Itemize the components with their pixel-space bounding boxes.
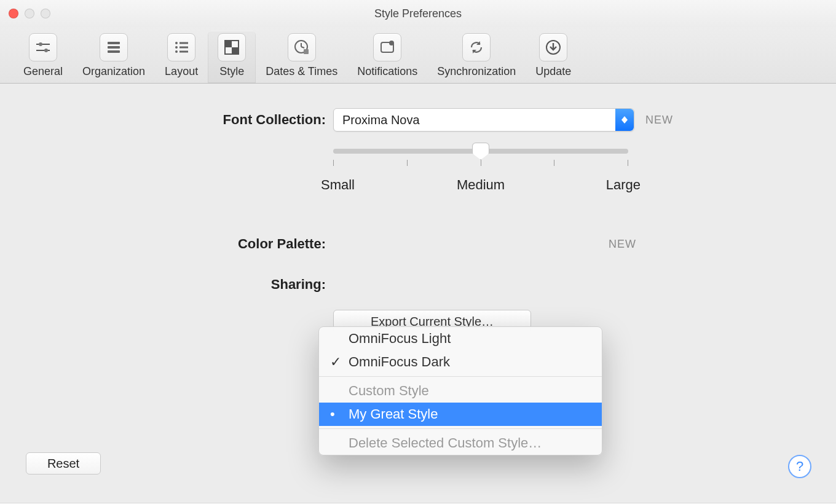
palette-option-dark[interactable]: ✓ OmniFocus Dark: [319, 350, 602, 374]
window-title: Style Preferences: [0, 7, 836, 20]
svg-rect-19: [304, 49, 309, 54]
tab-update[interactable]: Update: [526, 31, 581, 83]
tab-label: Style: [219, 65, 244, 78]
sharing-row: Sharing:: [0, 277, 836, 293]
sliders-icon: [29, 33, 57, 61]
help-icon: ?: [796, 459, 803, 474]
tab-label: Synchronization: [437, 65, 516, 78]
menu-separator: [319, 376, 602, 377]
titlebar: Style Preferences: [0, 0, 836, 27]
svg-rect-6: [108, 50, 120, 53]
tab-layout[interactable]: Layout: [155, 31, 208, 83]
slider-track: [333, 149, 628, 154]
tab-label: Update: [535, 65, 571, 78]
svg-rect-15: [232, 47, 239, 54]
tab-synchronization[interactable]: Synchronization: [427, 31, 526, 83]
close-window-button[interactable]: [9, 9, 18, 18]
zoom-window-button[interactable]: [41, 9, 50, 18]
tab-dates-times[interactable]: Dates & Times: [256, 31, 347, 83]
tab-label: Organization: [82, 65, 145, 78]
slider-label-medium: Medium: [456, 177, 505, 193]
svg-point-2: [39, 42, 42, 46]
tab-notifications[interactable]: Notifications: [347, 31, 427, 83]
svg-rect-8: [179, 42, 188, 44]
bullet-icon: •: [330, 406, 335, 422]
style-pane: Font Collection: Proxima Nova NEW Small …: [0, 84, 836, 333]
tab-label: Layout: [165, 65, 198, 78]
list-icon: [167, 33, 195, 61]
help-button[interactable]: ?: [788, 455, 811, 478]
palette-delete-custom[interactable]: Delete Selected Custom Style…: [319, 431, 602, 455]
palette-option-light[interactable]: OmniFocus Light: [319, 327, 602, 350]
notification-icon: [373, 33, 401, 61]
color-palette-label: Color Palette:: [0, 236, 333, 252]
sync-icon: [462, 33, 491, 61]
download-icon: [539, 33, 567, 61]
checker-icon: [218, 33, 246, 61]
preferences-toolbar: General Organization Layout Style Dates …: [0, 27, 836, 84]
slider-label-small: Small: [321, 177, 370, 193]
font-collection-value: Proxima Nova: [342, 113, 420, 127]
svg-rect-10: [179, 47, 188, 49]
new-badge: NEW: [645, 114, 673, 127]
color-palette-menu: OmniFocus Light ✓ OmniFocus Dark Custom …: [318, 326, 602, 455]
sharing-label: Sharing:: [0, 277, 333, 293]
tab-label: General: [23, 65, 63, 78]
checkmark-icon: ✓: [330, 354, 341, 370]
svg-point-11: [175, 50, 178, 53]
slider-labels: Small Medium Large: [333, 177, 628, 193]
svg-point-9: [175, 46, 178, 49]
tab-general[interactable]: General: [14, 31, 73, 83]
font-collection-label: Font Collection:: [0, 112, 333, 128]
tab-label: Dates & Times: [266, 65, 337, 78]
preferences-window: Style Preferences General Organization L…: [0, 0, 836, 503]
svg-rect-4: [108, 42, 120, 44]
tab-style[interactable]: Style: [208, 31, 256, 83]
slider-ticks: [333, 160, 628, 166]
text-size-slider[interactable]: Small Medium Large: [333, 149, 628, 193]
font-collection-row: Font Collection: Proxima Nova NEW: [0, 108, 836, 132]
font-collection-select[interactable]: Proxima Nova: [333, 108, 634, 132]
reset-button[interactable]: Reset: [26, 452, 101, 474]
palette-option-custom[interactable]: • My Great Style: [319, 403, 602, 426]
palette-section-header: Custom Style: [319, 379, 602, 403]
color-palette-row: Color Palette: NEW: [0, 236, 836, 252]
slider-thumb[interactable]: [472, 143, 489, 160]
svg-point-7: [175, 42, 178, 44]
svg-rect-14: [225, 41, 232, 47]
svg-rect-5: [108, 46, 120, 49]
select-stepper-icon: [615, 109, 634, 131]
tab-organization[interactable]: Organization: [73, 31, 155, 83]
tab-label: Notifications: [357, 65, 417, 78]
tray-stack-icon: [100, 33, 128, 61]
clock-icon: [288, 33, 316, 61]
minimize-window-button[interactable]: [25, 9, 34, 18]
svg-point-21: [389, 41, 394, 45]
svg-line-18: [301, 47, 304, 48]
window-controls: [9, 9, 50, 18]
svg-point-3: [44, 49, 48, 52]
menu-separator: [319, 428, 602, 429]
svg-rect-12: [179, 51, 188, 53]
new-badge: NEW: [609, 238, 636, 251]
reset-label: Reset: [47, 457, 79, 471]
slider-label-large: Large: [591, 177, 641, 193]
